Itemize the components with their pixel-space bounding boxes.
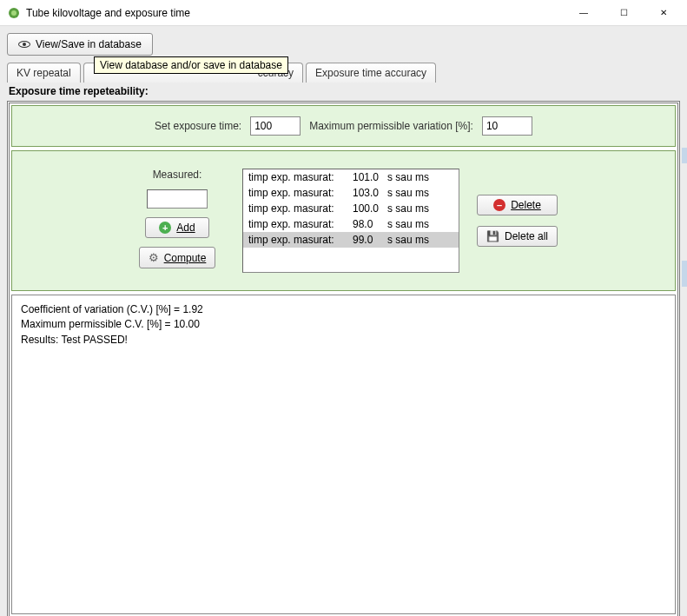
window-controls: — ☐ ✕ bbox=[564, 1, 684, 25]
maximize-button[interactable]: ☐ bbox=[604, 1, 644, 25]
results-panel: Coefficient of variation (C.V.) [%] = 1.… bbox=[11, 295, 676, 614]
disk-icon bbox=[486, 230, 499, 242]
titlebar: Tube kilovoltage and exposure time — ☐ ✕ bbox=[0, 0, 687, 26]
section-title: Exposure time repeteability: bbox=[9, 85, 678, 97]
results-line1: Coefficient of variation (C.V.) [%] = 1.… bbox=[21, 303, 203, 315]
measured-label: Measured: bbox=[153, 169, 202, 181]
measurement-list[interactable]: timp exp. masurat:101.0 s sau mstimp exp… bbox=[242, 169, 459, 273]
list-item[interactable]: timp exp. masurat:103.0 s sau ms bbox=[243, 185, 459, 201]
list-item[interactable]: timp exp. masurat:99.0 s sau ms bbox=[243, 232, 459, 248]
tab-exposure-accuracy[interactable]: Exposure time accuracy bbox=[306, 63, 436, 83]
view-save-button[interactable]: View/Save in database bbox=[7, 33, 153, 56]
app-icon bbox=[7, 6, 21, 20]
list-item-value: 98.0 bbox=[353, 218, 387, 230]
add-button[interactable]: + Add bbox=[145, 217, 209, 238]
list-item-unit: s sau ms bbox=[387, 202, 453, 215]
eye-icon bbox=[18, 41, 30, 48]
compute-button[interactable]: Compute bbox=[139, 247, 216, 268]
list-item[interactable]: timp exp. masurat:101.0 s sau ms bbox=[243, 169, 459, 185]
list-item-value: 99.0 bbox=[353, 234, 387, 246]
gear-icon bbox=[149, 251, 159, 264]
svg-point-1 bbox=[11, 10, 17, 16]
list-item-label: timp exp. masurat: bbox=[248, 202, 353, 215]
delete-all-label: Delete all bbox=[505, 230, 548, 242]
measured-input[interactable] bbox=[147, 189, 208, 209]
tab-kv-repeat[interactable]: KV repeatal bbox=[7, 63, 81, 83]
tooltip: View database and/or save in database bbox=[94, 56, 288, 74]
view-save-label: View/Save in database bbox=[36, 38, 142, 50]
delete-button[interactable]: – Delete bbox=[477, 195, 558, 215]
list-item-value: 100.0 bbox=[353, 202, 387, 215]
list-item-value: 103.0 bbox=[353, 187, 387, 199]
parameters-panel: Set exposure time: Maximum permissible v… bbox=[11, 105, 676, 147]
results-line2: Maximum permissible C.V. [%] = 10.00 bbox=[21, 318, 200, 330]
list-item-unit: s sau ms bbox=[387, 234, 453, 246]
minimize-button[interactable]: — bbox=[564, 1, 604, 25]
window-title: Tube kilovoltage and exposure time bbox=[26, 7, 564, 19]
add-label: Add bbox=[176, 222, 195, 234]
max-var-label: Maximum permissible variation [%]: bbox=[309, 120, 473, 132]
delete-all-button[interactable]: Delete all bbox=[477, 226, 558, 247]
delete-icon: – bbox=[493, 199, 505, 211]
compute-label: Compute bbox=[164, 252, 207, 264]
set-exposure-label: Set exposure time: bbox=[155, 120, 241, 132]
set-exposure-input[interactable] bbox=[250, 116, 301, 136]
add-icon: + bbox=[159, 222, 171, 234]
list-item-label: timp exp. masurat: bbox=[248, 218, 353, 230]
list-item-value: 101.0 bbox=[353, 171, 387, 183]
results-line3: Results: Test PASSED! bbox=[21, 334, 128, 346]
list-item-unit: s sau ms bbox=[387, 187, 453, 199]
list-item-unit: s sau ms bbox=[387, 218, 453, 230]
max-var-input[interactable] bbox=[482, 116, 532, 136]
list-item-unit: s sau ms bbox=[387, 171, 453, 183]
side-handle-2 bbox=[682, 148, 687, 163]
close-button[interactable]: ✕ bbox=[644, 1, 684, 25]
list-item-label: timp exp. masurat: bbox=[248, 171, 353, 183]
panel-outer: Set exposure time: Maximum permissible v… bbox=[7, 101, 680, 616]
list-item[interactable]: timp exp. masurat:100.0 s sau ms bbox=[243, 201, 459, 216]
side-handle bbox=[682, 261, 687, 287]
list-item-label: timp exp. masurat: bbox=[248, 234, 353, 246]
toolbar: View/Save in database View database and/… bbox=[7, 33, 680, 56]
measurement-panel: Measured: + Add Compute timp exp. masura… bbox=[11, 150, 676, 291]
list-item-label: timp exp. masurat: bbox=[248, 187, 353, 199]
delete-label: Delete bbox=[511, 199, 541, 211]
list-item[interactable]: timp exp. masurat:98.0 s sau ms bbox=[243, 216, 459, 232]
